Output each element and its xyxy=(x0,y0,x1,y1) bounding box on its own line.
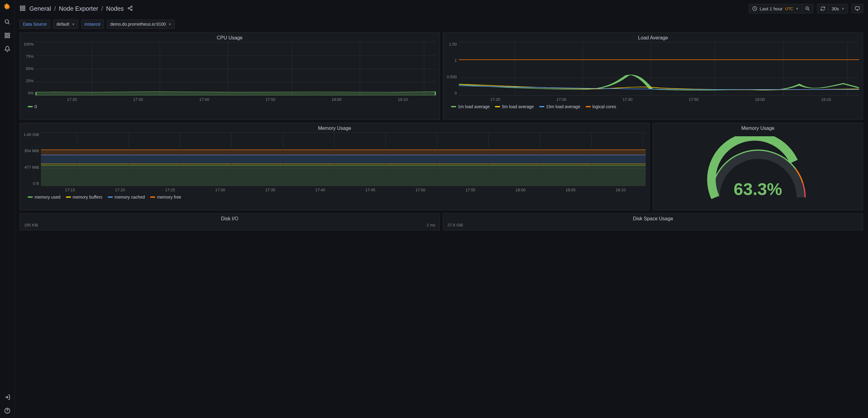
xtick: 17:50 xyxy=(661,97,727,102)
ytick: 100% xyxy=(24,42,34,47)
xtick: 17:20 xyxy=(39,97,105,102)
panel-title: Disk I/O xyxy=(20,214,439,223)
ytick: 27.9 GiB xyxy=(447,223,463,227)
svg-line-16 xyxy=(129,7,131,8)
ytick: 1.40 GiB xyxy=(24,132,39,137)
xtick: 17:50 xyxy=(395,188,445,192)
svg-point-13 xyxy=(131,6,132,7)
ytick: 195 KiB xyxy=(24,223,38,227)
zoom-out-icon xyxy=(805,6,810,11)
svg-rect-26 xyxy=(41,166,646,186)
panel-disk-io[interactable]: Disk I/O 195 KiB 2 ms xyxy=(20,213,440,230)
panel-memory-usage-gauge[interactable]: Memory Usage 63.3% xyxy=(653,123,863,210)
ytick: 954 MiB xyxy=(25,149,39,153)
help-icon[interactable] xyxy=(4,407,11,414)
xtick: 17:55 xyxy=(445,188,495,192)
legend-item[interactable]: 5m load average xyxy=(495,104,533,109)
panel-load-average[interactable]: Load Average 1.50 1 0.500 0 xyxy=(443,32,863,120)
svg-point-15 xyxy=(131,9,132,11)
alerting-icon[interactable] xyxy=(4,45,11,53)
breadcrumb-dashboard[interactable]: Nodes xyxy=(106,5,124,12)
svg-rect-27 xyxy=(41,164,646,165)
xtick: 18:00 xyxy=(727,97,793,102)
xtick: 18:00 xyxy=(304,97,370,102)
breadcrumb: General / Node Exporter / Nodes xyxy=(29,5,124,12)
gauge-value: 63.3% xyxy=(657,179,859,199)
svg-line-1 xyxy=(8,23,9,25)
memory-chart[interactable] xyxy=(41,132,646,186)
refresh-interval-button[interactable]: 30s ▼ xyxy=(828,4,848,13)
legend-item[interactable]: memory buffers xyxy=(66,195,102,200)
panel-memory-usage-graph[interactable]: Memory Usage 1.40 GiB 954 MiB 477 MiB 0 … xyxy=(20,123,650,210)
xtick: 18:10 xyxy=(370,97,436,102)
legend-item[interactable]: memory used xyxy=(28,195,60,200)
xtick: 17:40 xyxy=(171,97,237,102)
search-icon[interactable] xyxy=(4,18,11,26)
legend-item[interactable]: memory free xyxy=(150,195,181,200)
svg-rect-12 xyxy=(23,8,25,10)
xtick: 17:30 xyxy=(105,97,171,102)
legend-item[interactable]: memory cached xyxy=(108,195,145,200)
panel-cpu-usage[interactable]: CPU Usage 100% 75% 50% 25% 0% xyxy=(20,32,440,120)
xtick: 17:45 xyxy=(345,188,396,192)
ytick: 0 xyxy=(455,91,457,95)
xtick: 17:40 xyxy=(594,97,661,102)
svg-point-14 xyxy=(128,7,129,9)
dashboards-grid-icon[interactable] xyxy=(20,5,26,12)
ytick: 1 xyxy=(455,58,457,63)
grafana-logo[interactable] xyxy=(2,2,12,12)
cpu-chart[interactable] xyxy=(35,42,436,95)
panel-title: Disk Space Usage xyxy=(443,214,863,223)
xtick: 17:15 xyxy=(45,188,95,192)
legend-item[interactable]: 0 xyxy=(28,104,37,109)
ytick: 0 B xyxy=(33,181,39,186)
var-datasource-select[interactable]: default ▼ xyxy=(53,20,78,29)
svg-line-20 xyxy=(808,9,809,10)
refresh-interval-label: 30s xyxy=(832,6,839,11)
xtick: 17:30 xyxy=(195,188,245,192)
svg-rect-29 xyxy=(41,150,646,155)
load-chart[interactable] xyxy=(459,42,859,95)
ytick: 0% xyxy=(28,91,34,95)
time-range-label: Last 1 hour xyxy=(760,6,782,11)
legend-item[interactable]: logical cores xyxy=(586,104,616,109)
refresh-icon xyxy=(820,6,825,11)
breadcrumb-root[interactable]: General xyxy=(29,5,51,12)
xtick: 18:00 xyxy=(495,188,546,192)
xtick: 18:10 xyxy=(793,97,859,102)
ytick: 477 MiB xyxy=(25,165,39,170)
clock-icon xyxy=(752,6,757,11)
var-instance-label: instance xyxy=(81,20,104,29)
xtick: 17:35 xyxy=(245,188,295,192)
panel-disk-space-usage[interactable]: Disk Space Usage 27.9 GiB xyxy=(443,213,863,230)
var-datasource-value: default xyxy=(57,22,69,27)
var-instance-select[interactable]: demo.do.prometheus.io:9100 ▼ xyxy=(107,20,175,29)
breadcrumb-sep: / xyxy=(54,5,56,12)
view-mode-button[interactable] xyxy=(851,4,863,13)
legend-item[interactable]: 15m load average xyxy=(539,104,580,109)
dashboards-icon[interactable] xyxy=(4,32,11,39)
ytick: 1.50 xyxy=(449,42,457,47)
ytick: 75% xyxy=(26,54,34,59)
svg-rect-2 xyxy=(5,33,7,35)
time-range-button[interactable]: Last 1 hour UTC ▼ xyxy=(749,4,802,13)
xtick: 17:50 xyxy=(237,97,304,102)
chevron-down-icon: ▼ xyxy=(796,7,799,10)
svg-rect-10 xyxy=(23,6,25,8)
xtick: 17:25 xyxy=(145,188,195,192)
ytick: 50% xyxy=(26,66,34,71)
signin-icon[interactable] xyxy=(4,393,11,401)
var-instance-value: demo.do.prometheus.io:9100 xyxy=(110,22,166,27)
breadcrumb-sep: / xyxy=(101,5,103,12)
breadcrumb-folder[interactable]: Node Exporter xyxy=(59,5,98,12)
svg-rect-4 xyxy=(5,36,7,38)
ytick: 25% xyxy=(26,79,34,83)
zoom-out-button[interactable] xyxy=(802,4,813,13)
xtick: 18:05 xyxy=(546,188,595,192)
refresh-button[interactable] xyxy=(817,4,828,13)
share-icon[interactable] xyxy=(127,5,133,12)
template-variables-bar: Data Source default ▼ instance demo.do.p… xyxy=(15,17,868,32)
svg-rect-28 xyxy=(41,155,646,164)
sidebar xyxy=(0,0,15,418)
legend-item[interactable]: 1m load average xyxy=(451,104,490,109)
